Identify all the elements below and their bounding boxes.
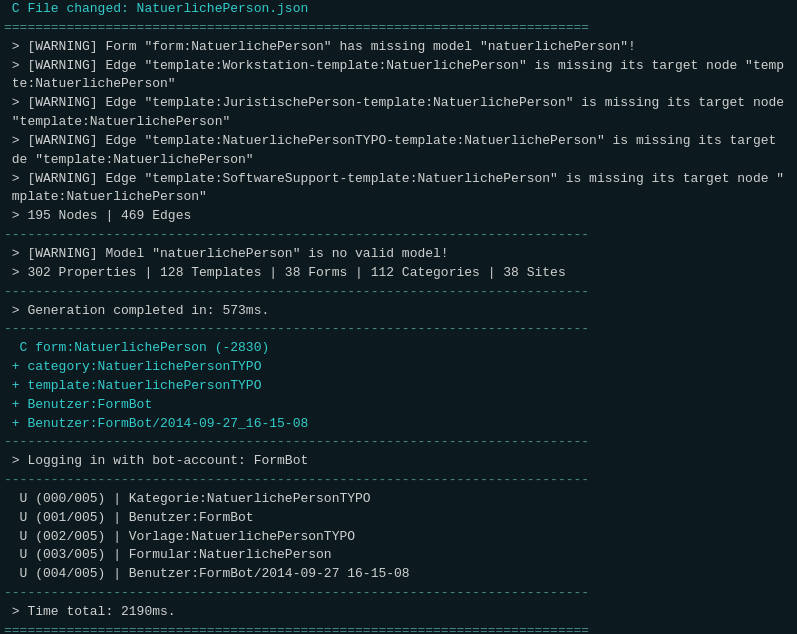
terminal-line-l27: U (003/005) | Formular:NatuerlichePerson <box>0 546 797 565</box>
terminal-line-l28: U (004/005) | Benutzer:FormBot/2014-09-2… <box>0 565 797 584</box>
terminal-line-l22: > Logging in with bot-account: FormBot <box>0 452 797 471</box>
terminal-line-l18: + template:NatuerlichePersonTYPO <box>0 377 797 396</box>
terminal-line-l7: > [WARNING] Edge "template:NatuerlichePe… <box>0 132 797 151</box>
terminal-line-l15: ----------------------------------------… <box>0 320 797 339</box>
terminal-line-l5b: te:NatuerlichePerson" <box>0 75 797 94</box>
terminal-line-l1: C File changed: NatuerlichePerson.json <box>0 0 797 19</box>
terminal-line-l23: ----------------------------------------… <box>0 471 797 490</box>
terminal-line-l31: ========================================… <box>0 622 797 634</box>
terminal-line-l16: C form:NatuerlichePerson (-2830) <box>0 339 797 358</box>
terminal-line-l21: ----------------------------------------… <box>0 433 797 452</box>
terminal-line-l8b: mplate:NatuerlichePerson" <box>0 188 797 207</box>
terminal-line-l6: > [WARNING] Edge "template:JuristischePe… <box>0 94 797 113</box>
terminal-line-l5: > [WARNING] Edge "template:Workstation-t… <box>0 57 797 76</box>
terminal-window: C File changed: NatuerlichePerson.json==… <box>0 0 797 634</box>
terminal-line-l17: + category:NatuerlichePersonTYPO <box>0 358 797 377</box>
terminal-line-l11: > [WARNING] Model "natuerlichePerson" is… <box>0 245 797 264</box>
terminal-line-l10: ----------------------------------------… <box>0 226 797 245</box>
terminal-line-l19: + Benutzer:FormBot <box>0 396 797 415</box>
terminal-line-l12: > 302 Properties | 128 Templates | 38 Fo… <box>0 264 797 283</box>
terminal-line-l25: U (001/005) | Benutzer:FormBot <box>0 509 797 528</box>
terminal-line-l20: + Benutzer:FormBot/2014-09-27_16-15-08 <box>0 415 797 434</box>
terminal-line-l29: ----------------------------------------… <box>0 584 797 603</box>
terminal-line-l9: > 195 Nodes | 469 Edges <box>0 207 797 226</box>
terminal-line-l6b: "template:NatuerlichePerson" <box>0 113 797 132</box>
terminal-line-l4: > [WARNING] Form "form:NatuerlichePerson… <box>0 38 797 57</box>
terminal-line-l26: U (002/005) | Vorlage:NatuerlichePersonT… <box>0 528 797 547</box>
terminal-line-l24: U (000/005) | Kategorie:NatuerlichePerso… <box>0 490 797 509</box>
terminal-line-l30: > Time total: 2190ms. <box>0 603 797 622</box>
terminal-line-l8: > [WARNING] Edge "template:SoftwareSuppo… <box>0 170 797 189</box>
terminal-line-l7b: de "template:NatuerlichePerson" <box>0 151 797 170</box>
terminal-line-l14: > Generation completed in: 573ms. <box>0 302 797 321</box>
terminal-line-l3: ========================================… <box>0 19 797 38</box>
terminal-line-l13: ----------------------------------------… <box>0 283 797 302</box>
